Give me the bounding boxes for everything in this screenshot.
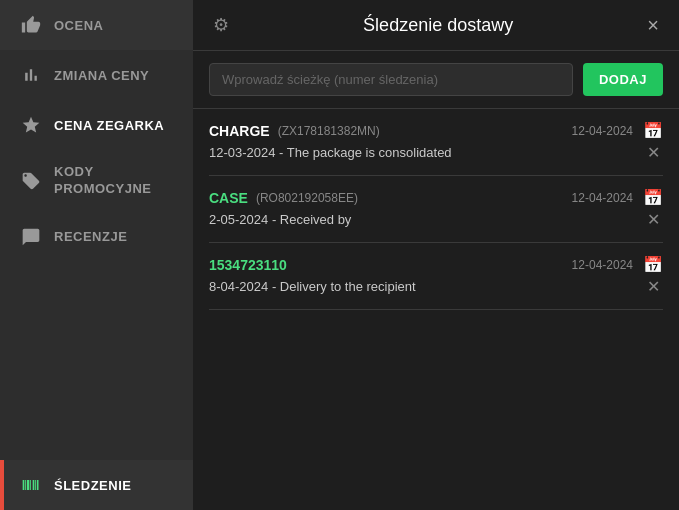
search-input[interactable] [209, 63, 573, 96]
tracking-date: 12-04-2024 [572, 124, 633, 138]
star-icon [20, 114, 42, 136]
sidebar-item-label: KODY PROMOCYJNE [54, 164, 173, 198]
main-panel: ⚙ Śledzenie dostawy × DODAJ CHARGE (ZX17… [193, 0, 679, 510]
sidebar-item-sledzenie[interactable]: ŚLEDZENIE [0, 460, 193, 510]
tracking-name: CHARGE [209, 123, 270, 139]
sidebar-item-label: ŚLEDZENIE [54, 478, 131, 493]
search-row: DODAJ [193, 51, 679, 109]
tracking-status: 8-04-2024 - Delivery to the recipient [209, 279, 633, 294]
modal-header: ⚙ Śledzenie dostawy × [193, 0, 679, 51]
modal-title: Śledzenie dostawy [229, 15, 647, 36]
add-button[interactable]: DODAJ [583, 63, 663, 96]
tracking-list: CHARGE (ZX178181382MN) 12-04-2024 12-03-… [193, 109, 679, 510]
tracking-status: 12-03-2024 - The package is consolidated [209, 145, 633, 160]
tracking-name: CASE [209, 190, 248, 206]
calendar-icon[interactable]: 📅 [643, 123, 663, 139]
tracking-item: CHARGE (ZX178181382MN) 12-04-2024 12-03-… [209, 109, 663, 176]
sidebar-item-recenzje[interactable]: RECENZJE [0, 212, 193, 262]
chat-icon [20, 226, 42, 248]
thumbs-up-icon [20, 14, 42, 36]
modal-header-inner: ⚙ Śledzenie dostawy × [213, 14, 659, 36]
delete-icon[interactable]: ✕ [647, 212, 660, 228]
tracking-name: 1534723110 [209, 257, 287, 273]
tracking-id: (ZX178181382MN) [278, 124, 380, 138]
sidebar-item-kody-promocyjne[interactable]: KODY PROMOCYJNE [0, 150, 193, 212]
tracking-id: (RO802192058EE) [256, 191, 358, 205]
sidebar-item-label: RECENZJE [54, 229, 127, 244]
tracking-item: 1534723110 12-04-2024 8-04-2024 - Delive… [209, 243, 663, 310]
calendar-icon[interactable]: 📅 [643, 190, 663, 206]
close-button[interactable]: × [647, 15, 659, 35]
gear-icon[interactable]: ⚙ [213, 14, 229, 36]
sidebar-item-zmiana-ceny[interactable]: ZMIANA CENY [0, 50, 193, 100]
tracking-item: CASE (RO802192058EE) 12-04-2024 2-05-202… [209, 176, 663, 243]
tracking-status: 2-05-2024 - Received by [209, 212, 633, 227]
sidebar-item-label: ZMIANA CENY [54, 68, 149, 83]
tracking-date: 12-04-2024 [572, 191, 633, 205]
sidebar: OCENA ZMIANA CENY CENA ZEGARKA KODY PROM… [0, 0, 193, 510]
calendar-icon[interactable]: 📅 [643, 257, 663, 273]
sidebar-item-ocena[interactable]: OCENA [0, 0, 193, 50]
sidebar-item-cena-zegarka[interactable]: CENA ZEGARKA [0, 100, 193, 150]
bar-chart-icon [20, 64, 42, 86]
tag-icon [20, 170, 42, 192]
sidebar-item-label: OCENA [54, 18, 103, 33]
barcode-icon [20, 474, 42, 496]
sidebar-item-label: CENA ZEGARKA [54, 118, 164, 133]
tracking-date: 12-04-2024 [572, 258, 633, 272]
delete-icon[interactable]: ✕ [647, 145, 660, 161]
delete-icon[interactable]: ✕ [647, 279, 660, 295]
